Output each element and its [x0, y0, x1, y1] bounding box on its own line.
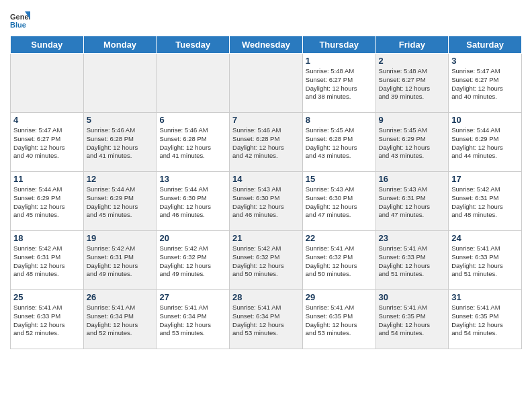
day-number: 5: [87, 115, 154, 125]
day-number: 2: [379, 56, 446, 66]
cell-info: Sunrise: 5:48 AM Sunset: 6:27 PM Dayligh…: [379, 67, 446, 101]
cell-info: Sunrise: 5:41 AM Sunset: 6:33 PM Dayligh…: [379, 244, 446, 279]
cal-cell-empty-0-0: [11, 54, 84, 113]
week-row-5: 25Sunrise: 5:41 AM Sunset: 6:33 PM Dayli…: [11, 290, 522, 349]
cell-info: Sunrise: 5:42 AM Sunset: 6:32 PM Dayligh…: [232, 244, 300, 279]
cell-info: Sunrise: 5:41 AM Sunset: 6:35 PM Dayligh…: [379, 304, 446, 338]
cell-info: Sunrise: 5:47 AM Sunset: 6:27 PM Dayligh…: [13, 126, 81, 161]
day-number: 4: [13, 115, 81, 125]
day-number: 16: [379, 174, 446, 184]
cal-cell-25: 25Sunrise: 5:41 AM Sunset: 6:33 PM Dayli…: [11, 290, 84, 349]
cal-cell-21: 21Sunrise: 5:42 AM Sunset: 6:32 PM Dayli…: [230, 231, 303, 290]
cal-cell-9: 9Sunrise: 5:45 AM Sunset: 6:29 PM Daylig…: [375, 113, 449, 172]
day-header-monday: Monday: [83, 36, 157, 54]
header: General Blue: [10, 10, 522, 30]
cal-cell-24: 24Sunrise: 5:41 AM Sunset: 6:33 PM Dayli…: [449, 231, 522, 290]
day-number: 18: [13, 233, 81, 243]
day-number: 7: [232, 115, 300, 125]
cal-cell-13: 13Sunrise: 5:44 AM Sunset: 6:30 PM Dayli…: [157, 172, 230, 231]
day-number: 14: [232, 174, 300, 184]
day-number: 30: [379, 292, 446, 302]
cell-info: Sunrise: 5:41 AM Sunset: 6:33 PM Dayligh…: [13, 304, 81, 338]
cal-cell-11: 11Sunrise: 5:44 AM Sunset: 6:29 PM Dayli…: [11, 172, 84, 231]
cell-info: Sunrise: 5:43 AM Sunset: 6:31 PM Dayligh…: [379, 185, 446, 220]
day-number: 31: [451, 292, 519, 302]
cell-info: Sunrise: 5:42 AM Sunset: 6:31 PM Dayligh…: [13, 244, 81, 279]
cal-cell-15: 15Sunrise: 5:43 AM Sunset: 6:30 PM Dayli…: [302, 172, 375, 231]
page: General Blue SundayMondayTuesdayWednesda…: [0, 0, 532, 411]
day-number: 20: [159, 233, 226, 243]
day-header-wednesday: Wednesday: [230, 36, 303, 54]
week-row-1: 1Sunrise: 5:48 AM Sunset: 6:27 PM Daylig…: [11, 54, 522, 113]
cal-cell-4: 4Sunrise: 5:47 AM Sunset: 6:27 PM Daylig…: [11, 113, 84, 172]
week-row-3: 11Sunrise: 5:44 AM Sunset: 6:29 PM Dayli…: [11, 172, 522, 231]
day-number: 23: [379, 233, 446, 243]
day-number: 21: [232, 233, 300, 243]
cal-cell-8: 8Sunrise: 5:45 AM Sunset: 6:28 PM Daylig…: [302, 113, 375, 172]
cell-info: Sunrise: 5:44 AM Sunset: 6:29 PM Dayligh…: [87, 185, 154, 220]
cell-info: Sunrise: 5:42 AM Sunset: 6:32 PM Dayligh…: [159, 244, 226, 279]
week-row-2: 4Sunrise: 5:47 AM Sunset: 6:27 PM Daylig…: [11, 113, 522, 172]
cal-cell-28: 28Sunrise: 5:41 AM Sunset: 6:34 PM Dayli…: [230, 290, 303, 349]
cell-info: Sunrise: 5:46 AM Sunset: 6:28 PM Dayligh…: [232, 126, 300, 161]
cell-info: Sunrise: 5:45 AM Sunset: 6:28 PM Dayligh…: [306, 126, 373, 161]
day-number: 9: [379, 115, 446, 125]
cal-cell-14: 14Sunrise: 5:43 AM Sunset: 6:30 PM Dayli…: [230, 172, 303, 231]
cell-info: Sunrise: 5:41 AM Sunset: 6:32 PM Dayligh…: [306, 244, 373, 279]
day-number: 24: [451, 233, 519, 243]
day-number: 19: [87, 233, 154, 243]
cell-info: Sunrise: 5:44 AM Sunset: 6:29 PM Dayligh…: [451, 126, 519, 161]
cal-cell-22: 22Sunrise: 5:41 AM Sunset: 6:32 PM Dayli…: [302, 231, 375, 290]
day-number: 8: [306, 115, 373, 125]
day-header-friday: Friday: [375, 36, 449, 54]
day-number: 15: [306, 174, 373, 184]
day-number: 3: [451, 56, 519, 66]
cal-cell-26: 26Sunrise: 5:41 AM Sunset: 6:34 PM Dayli…: [83, 290, 157, 349]
cell-info: Sunrise: 5:46 AM Sunset: 6:28 PM Dayligh…: [159, 126, 226, 161]
cell-info: Sunrise: 5:42 AM Sunset: 6:31 PM Dayligh…: [451, 185, 519, 220]
cell-info: Sunrise: 5:44 AM Sunset: 6:29 PM Dayligh…: [13, 185, 81, 220]
day-number: 17: [451, 174, 519, 184]
cal-cell-5: 5Sunrise: 5:46 AM Sunset: 6:28 PM Daylig…: [83, 113, 157, 172]
cell-info: Sunrise: 5:41 AM Sunset: 6:35 PM Dayligh…: [306, 304, 373, 338]
day-number: 29: [306, 292, 373, 302]
cell-info: Sunrise: 5:41 AM Sunset: 6:33 PM Dayligh…: [451, 244, 519, 279]
cell-info: Sunrise: 5:43 AM Sunset: 6:30 PM Dayligh…: [306, 185, 373, 220]
day-number: 12: [87, 174, 154, 184]
cal-cell-7: 7Sunrise: 5:46 AM Sunset: 6:28 PM Daylig…: [230, 113, 303, 172]
day-number: 10: [451, 115, 519, 125]
day-header-tuesday: Tuesday: [157, 36, 230, 54]
cal-cell-12: 12Sunrise: 5:44 AM Sunset: 6:29 PM Dayli…: [83, 172, 157, 231]
cal-cell-empty-0-3: [230, 54, 303, 113]
cal-cell-17: 17Sunrise: 5:42 AM Sunset: 6:31 PM Dayli…: [449, 172, 522, 231]
cal-cell-30: 30Sunrise: 5:41 AM Sunset: 6:35 PM Dayli…: [375, 290, 449, 349]
cell-info: Sunrise: 5:46 AM Sunset: 6:28 PM Dayligh…: [87, 126, 154, 161]
day-number: 25: [13, 292, 81, 302]
cal-cell-10: 10Sunrise: 5:44 AM Sunset: 6:29 PM Dayli…: [449, 113, 522, 172]
cell-info: Sunrise: 5:45 AM Sunset: 6:29 PM Dayligh…: [379, 126, 446, 161]
cal-cell-31: 31Sunrise: 5:41 AM Sunset: 6:35 PM Dayli…: [449, 290, 522, 349]
logo: General Blue: [10, 10, 30, 30]
cell-info: Sunrise: 5:47 AM Sunset: 6:27 PM Dayligh…: [451, 67, 519, 101]
day-number: 28: [232, 292, 300, 302]
day-number: 27: [159, 292, 226, 302]
cell-info: Sunrise: 5:48 AM Sunset: 6:27 PM Dayligh…: [306, 67, 373, 101]
day-header-sunday: Sunday: [11, 36, 84, 54]
cell-info: Sunrise: 5:41 AM Sunset: 6:34 PM Dayligh…: [159, 304, 226, 338]
week-row-4: 18Sunrise: 5:42 AM Sunset: 6:31 PM Dayli…: [11, 231, 522, 290]
calendar-table: SundayMondayTuesdayWednesdayThursdayFrid…: [10, 36, 522, 349]
cal-cell-16: 16Sunrise: 5:43 AM Sunset: 6:31 PM Dayli…: [375, 172, 449, 231]
logo-icon: General Blue: [10, 10, 30, 30]
cal-cell-29: 29Sunrise: 5:41 AM Sunset: 6:35 PM Dayli…: [302, 290, 375, 349]
cal-cell-3: 3Sunrise: 5:47 AM Sunset: 6:27 PM Daylig…: [449, 54, 522, 113]
cal-cell-empty-0-1: [83, 54, 157, 113]
cell-info: Sunrise: 5:42 AM Sunset: 6:31 PM Dayligh…: [87, 244, 154, 279]
cell-info: Sunrise: 5:44 AM Sunset: 6:30 PM Dayligh…: [159, 185, 226, 220]
day-number: 26: [87, 292, 154, 302]
cal-cell-20: 20Sunrise: 5:42 AM Sunset: 6:32 PM Dayli…: [157, 231, 230, 290]
day-number: 6: [159, 115, 226, 125]
day-number: 1: [306, 56, 373, 66]
day-number: 11: [13, 174, 81, 184]
cell-info: Sunrise: 5:41 AM Sunset: 6:35 PM Dayligh…: [451, 304, 519, 338]
cal-cell-6: 6Sunrise: 5:46 AM Sunset: 6:28 PM Daylig…: [157, 113, 230, 172]
